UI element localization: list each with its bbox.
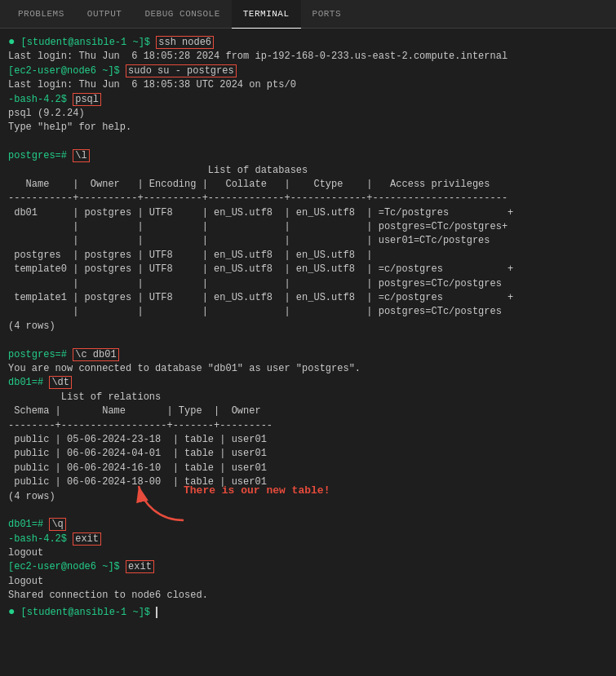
tab-problems[interactable]: PROBLEMS: [7, 0, 76, 29]
db-col-header: Name | Owner | Encoding | Collate | Ctyp…: [8, 178, 608, 192]
prompt-line-1: ● [student@ansible-1 ~]$ ssh node6: [8, 33, 608, 50]
connect-message: You are now connected to database "db01"…: [8, 362, 608, 376]
db01-row-3: | | | | | user01=CTc/postgres: [8, 234, 608, 248]
template1-row-1: template1 | postgres | UTF8 | en_US.utf8…: [8, 291, 608, 305]
quit-prompt: db01=# \q: [8, 518, 608, 532]
db01-row-1: db01 | postgres | UTF8 | en_US.utf8 | en…: [8, 206, 608, 220]
logout-1: logout: [8, 546, 608, 560]
psql-help-text: Type "help" for help.: [8, 121, 608, 135]
annotation-label: There is our new table!: [184, 484, 330, 499]
last-login-2: Last login: Thu Jun 6 18:05:38 UTC 2024 …: [8, 78, 608, 92]
exit-prompt-2: [ec2-user@node6 ~]$ exit: [8, 560, 608, 574]
sudo-command: sudo su - postgres: [126, 64, 237, 77]
rel-row-4-container: public | 06-06-2024-18-00 | table | user…: [8, 475, 608, 489]
exit-command-1: exit: [73, 532, 101, 546]
db-list-header: List of databases: [8, 164, 608, 178]
ssh-command: ssh node6: [156, 36, 214, 49]
tab-bar: PROBLEMS OUTPUT DEBUG CONSOLE TERMINAL P…: [0, 0, 616, 29]
dt-prompt: db01=# \dt: [8, 376, 608, 390]
final-prompt-line[interactable]: ● [student@ansible-1 ~]$: [8, 603, 608, 620]
exit-command-2: exit: [126, 560, 154, 573]
list-command: \l: [73, 149, 89, 162]
blank-2: [8, 334, 608, 347]
db01-row-2: | | | | | postgres=CTc/postgres+: [8, 220, 608, 234]
rel-separator: --------+------------------+-------+----…: [8, 419, 608, 433]
terminal: ● [student@ansible-1 ~]$ ssh node6 Last …: [0, 29, 616, 676]
tab-debug-console[interactable]: DEBUG CONSOLE: [133, 0, 231, 29]
quit-command: \q: [49, 518, 65, 531]
last-login-1: Last login: Thu Jun 6 18:05:28 2024 from…: [8, 50, 608, 64]
shared-conn-msg: Shared connection to node6 closed.: [8, 589, 608, 603]
psql-command: psql: [73, 93, 101, 106]
template1-row-2: | | | | | postgres=CTc/postgres: [8, 305, 608, 319]
rel-row-3: public | 06-06-2024-16-10 | table | user…: [8, 462, 608, 475]
blank-1: [8, 135, 608, 149]
ec2-prompt-1: [ec2-user@node6 ~]$ sudo su - postgres: [8, 64, 608, 78]
connect-command: \c db01: [73, 348, 118, 361]
rel-row-2: public | 06-06-2024-04-01 | table | user…: [8, 447, 608, 461]
postgres-row: postgres | postgres | UTF8 | en_US.utf8 …: [8, 249, 608, 263]
db-separator: -----------+----------+----------+------…: [8, 192, 608, 205]
relations-header: List of relations: [8, 391, 608, 404]
blank-3: [8, 504, 608, 518]
rel-col-header: Schema | Name | Type | Owner: [8, 404, 608, 418]
tab-terminal[interactable]: TERMINAL: [232, 0, 301, 29]
template0-row-2: | | | | | postgres=CTc/postgres: [8, 277, 608, 291]
connect-prompt: postgres=# \c db01: [8, 348, 608, 362]
bash-prompt-1: -bash-4.2$ psql: [8, 93, 608, 107]
tab-output[interactable]: OUTPUT: [76, 0, 134, 29]
exit-prompt-1: -bash-4.2$ exit: [8, 532, 608, 546]
rows-4: (4 rows): [8, 320, 608, 334]
logout-2: logout: [8, 575, 608, 589]
template0-row-1: template0 | postgres | UTF8 | en_US.utf8…: [8, 263, 608, 276]
rel-row-1: public | 05-06-2024-23-18 | table | user…: [8, 433, 608, 447]
list-prompt: postgres=# \l: [8, 149, 608, 163]
dt-command: \dt: [49, 376, 72, 389]
tab-ports[interactable]: PORTS: [301, 0, 353, 29]
psql-version: psql (9.2.24): [8, 107, 608, 121]
